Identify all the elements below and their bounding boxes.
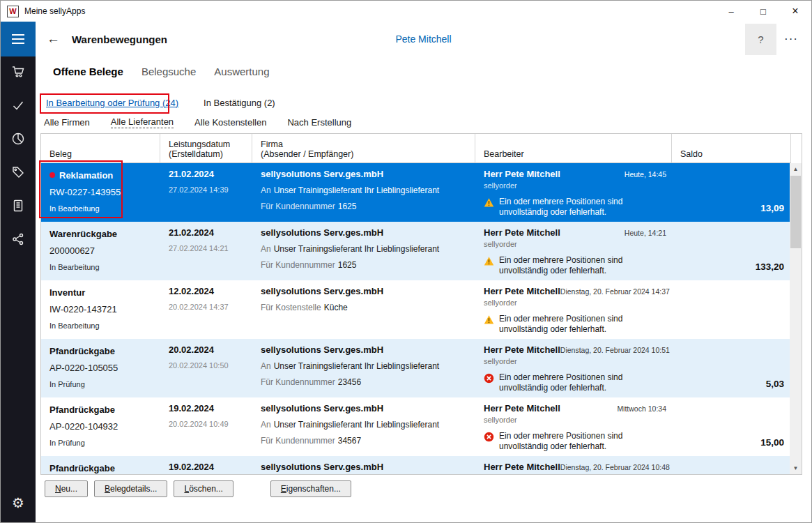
warning-icon [484,255,494,277]
service-date: 21.02.2024 [169,169,247,179]
doc-type: Pfandrückgabe [49,346,115,356]
filter-in-bestaetigung[interactable]: In Bestätigung (2) [204,98,275,108]
sidebar-item-reports[interactable] [1,123,36,157]
doc-number: 200000627 [49,245,155,256]
filter-alle-kostenstellen[interactable]: Alle Kostenstellen [194,117,266,128]
table-row[interactable]: Inventur IW-0220-143721 In Bearbeitung 1… [41,280,791,339]
doc-number: RW-0227-143955 [49,187,155,197]
warning-icon [484,197,494,218]
created-date: 20.02.2024 10:50 [169,361,247,370]
column-header-saldo: Saldo [672,134,791,162]
table-row[interactable]: Reklamation RW-0227-143955 In Bearbeitun… [41,163,791,222]
tab-bar: Offene Belege Belegsuche Auswertung [36,56,811,86]
editor-name: Herr Pete Mitchell [484,286,560,296]
scroll-up-icon[interactable]: ▲ [790,163,802,175]
error-icon [484,372,494,394]
page-header: ← Warenbewegungen Pete Mitchell ? ··· [36,22,811,56]
validation-message: Ein oder mehrere Positionen sind unvolls… [499,431,658,453]
table-row[interactable]: Pfandrückgabe AP-0220-104932 In Prüfung … [41,397,791,456]
cart-icon [11,65,25,82]
scroll-down-icon[interactable]: ▼ [790,462,802,474]
saldo-value: 13,09 [760,203,784,213]
edit-time: Dienstag, 20. Februar 2024 10:51 [560,346,670,354]
tab-offene-belege[interactable]: Offene Belege [53,66,123,77]
sidebar-item-journal[interactable] [1,190,36,224]
editor-name: Herr Pete Mitchell [484,227,560,238]
more-options-button[interactable]: ··· [776,24,806,55]
close-button[interactable]: × [779,1,811,22]
validation-message: Ein oder mehrere Positionen sind unvolls… [499,255,658,277]
new-button[interactable]: Neu... [45,480,88,497]
properties-button[interactable]: Eigenschaften... [270,480,351,497]
doc-status: In Prüfung [49,439,155,447]
doc-number: AP-0220-104932 [49,421,155,432]
status-filter-row: In Bearbeitung oder Prüfung (24) In Best… [36,94,811,111]
sidebar-item-prices[interactable] [1,157,36,190]
company-name: sellysolutions Serv.ges.mbH [261,227,470,238]
window-title: Meine sellyApps [24,6,85,16]
sidebar: ⚙ [1,22,36,522]
check-icon [11,98,25,115]
filter-in-bearbeitung[interactable]: In Bearbeitung oder Prüfung (24) [46,98,178,108]
menu-button[interactable] [1,22,36,56]
company-name: sellysolutions Serv.ges.mbH [261,344,470,355]
user-account-link[interactable]: Pete Mitchell [36,33,811,45]
maximize-button[interactable]: □ [747,1,779,22]
tab-belegsuche[interactable]: Belegsuche [141,66,196,77]
source-app: sellyorder [484,298,666,307]
column-header-leistungsdatum: Leistungsdatum(Erstelldatum) [160,134,252,162]
source-app: sellyorder [484,357,666,365]
book-icon [11,199,25,215]
saldo-value: 5,03 [766,379,784,389]
created-date: 20.02.2024 14:37 [169,303,247,311]
saldo-value: 133,20 [756,262,784,272]
hamburger-icon [12,34,24,36]
table-body: Reklamation RW-0227-143955 In Bearbeitun… [41,163,791,474]
service-date: 21.02.2024 [169,227,247,238]
gear-icon: ⚙ [12,494,24,511]
edit-time: Mittwoch 10:34 [617,404,666,413]
doc-status: In Bearbeitung [49,204,155,213]
app-logo-icon: W [7,6,19,17]
table-row[interactable]: Pfandrückgabe 19.02.2024 sellysolutions … [41,456,791,474]
tag-icon [11,165,25,182]
filter-nach-erstellung[interactable]: Nach Erstellung [287,117,351,128]
document-details-button[interactable]: Belegdetails... [94,480,167,497]
settings-button[interactable]: ⚙ [1,486,36,520]
doc-type: Pfandrückgabe [49,404,115,415]
table-row[interactable]: Pfandrückgabe AP-0220-105055 In Prüfung … [41,339,791,397]
help-button[interactable]: ? [745,24,776,55]
filter-alle-lieferanten[interactable]: Alle Lieferanten [111,116,174,128]
service-date: 20.02.2024 [169,344,247,355]
scope-filter-row: Alle Firmen Alle Lieferanten Alle Kosten… [36,115,811,129]
service-date: 12.02.2024 [169,286,247,296]
window-controls: – □ × [715,1,811,22]
sidebar-item-goods-movements[interactable] [1,90,36,123]
doc-status: In Bearbeitung [49,263,155,271]
saldo-value: 15,00 [760,437,784,448]
filter-alle-firmen[interactable]: Alle Firmen [44,117,90,128]
company-name: sellysolutions Serv.ges.mbH [261,462,470,472]
validation-message: Ein oder mehrere Positionen sind unvolls… [499,197,658,218]
app-window: W Meine sellyApps – □ × ⚙ [0,0,812,523]
tab-auswertung[interactable]: Auswertung [214,66,269,77]
minimize-button[interactable]: – [715,1,747,22]
company-name: sellysolutions Serv.ges.mbH [261,169,470,179]
column-header-beleg: Beleg [41,134,160,162]
edit-time: Heute, 14:45 [625,170,666,179]
source-app: sellyorder [484,240,666,248]
action-bar: Neu... Belegdetails... Löschen... Eigens… [36,480,811,497]
source-app: sellyorder [484,181,666,190]
vertical-scrollbar[interactable]: ▲ ▼ [790,163,802,474]
sidebar-item-orders[interactable] [1,56,36,90]
delete-button[interactable]: Löschen... [174,480,233,497]
scrollbar-thumb[interactable] [790,176,801,248]
column-header-firma: Firma(Absender / Empfänger) [252,134,475,162]
table-row[interactable]: Warenrückgabe 200000627 In Bearbeitung 2… [41,222,791,280]
company-name: sellysolutions Serv.ges.mbH [261,286,470,296]
company-name: sellysolutions Serv.ges.mbH [261,403,470,414]
sidebar-item-network[interactable] [1,224,36,257]
source-app: sellyorder [484,416,666,424]
titlebar: W Meine sellyApps – □ × [1,1,811,22]
pie-chart-icon [11,132,25,149]
